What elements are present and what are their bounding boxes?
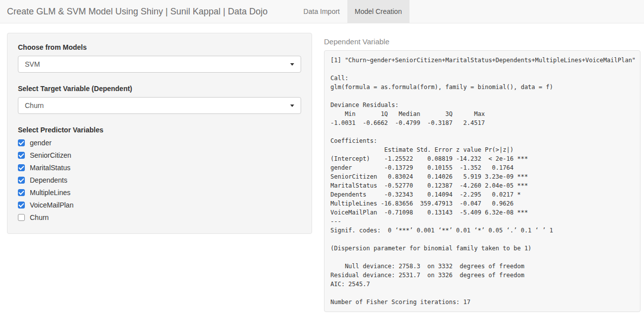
model-summary-output: [1] "Churn~gender+SeniorCitizen+MaritalS…	[324, 50, 641, 312]
model-select-label: Choose from Models	[18, 43, 301, 51]
checkbox-row-churn[interactable]: Churn	[18, 211, 301, 223]
checkbox-row-dependents[interactable]: Dependents	[18, 174, 301, 186]
checkbox-label: VoiceMailPlan	[30, 201, 74, 209]
navbar: Create GLM & SVM Model Using Shiny | Sun…	[0, 0, 644, 23]
checkbox-voicemailplan[interactable]	[18, 202, 25, 209]
checkbox-maritalstatus[interactable]	[18, 164, 25, 171]
checkbox-label: Churn	[30, 213, 49, 221]
section-title-dependent-variable: Dependent Variable	[324, 37, 641, 46]
predictor-checkbox-group: Select Predictor Variables gender Senior…	[18, 126, 301, 223]
checkbox-multiplelines[interactable]	[18, 189, 25, 196]
checkbox-label: MultipleLines	[30, 189, 71, 197]
caret-down-icon	[290, 63, 294, 66]
tab-model-creation-label: Model Creation	[355, 7, 402, 15]
nav-tabs: Data Import Model Creation	[296, 0, 409, 23]
target-select-group: Select Target Variable (Dependent) Churn	[18, 85, 301, 114]
checkbox-label: gender	[30, 139, 52, 147]
checkbox-label: SeniorCitizen	[30, 151, 71, 159]
model-select[interactable]: SVM	[18, 56, 301, 73]
main-panel: Dependent Variable [1] "Churn~gender+Sen…	[324, 33, 641, 312]
predictor-group-label: Select Predictor Variables	[18, 126, 301, 134]
checkbox-row-maritalstatus[interactable]: MaritalStatus	[18, 161, 301, 174]
checkbox-seniorcitizen[interactable]	[18, 152, 25, 159]
checkbox-label: MaritalStatus	[30, 164, 71, 172]
checkbox-label: Dependents	[30, 176, 68, 184]
content-row: Choose from Models SVM Select Target Var…	[0, 23, 644, 312]
target-select-label: Select Target Variable (Dependent)	[18, 85, 301, 93]
app-title: Create GLM & SVM Model Using Shiny | Sun…	[0, 0, 275, 23]
target-select-value: Churn	[25, 102, 44, 109]
model-select-group: Choose from Models SVM	[18, 43, 301, 73]
tab-data-import-label: Data Import	[304, 7, 340, 15]
tab-model-creation[interactable]: Model Creation	[347, 0, 409, 23]
checkbox-gender[interactable]	[18, 139, 25, 146]
checkbox-row-voicemailplan[interactable]: VoiceMailPlan	[18, 199, 301, 211]
checkbox-churn[interactable]	[18, 214, 25, 221]
checkbox-row-seniorcitizen[interactable]: SeniorCitizen	[18, 149, 301, 161]
target-select[interactable]: Churn	[18, 97, 301, 114]
checkbox-dependents[interactable]	[18, 177, 25, 184]
tab-data-import[interactable]: Data Import	[296, 0, 347, 23]
model-select-value: SVM	[25, 60, 40, 68]
sidebar-panel: Choose from Models SVM Select Target Var…	[7, 33, 312, 234]
checkbox-row-multiplelines[interactable]: MultipleLines	[18, 186, 301, 199]
caret-down-icon	[290, 105, 294, 107]
checkbox-row-gender[interactable]: gender	[18, 136, 301, 149]
